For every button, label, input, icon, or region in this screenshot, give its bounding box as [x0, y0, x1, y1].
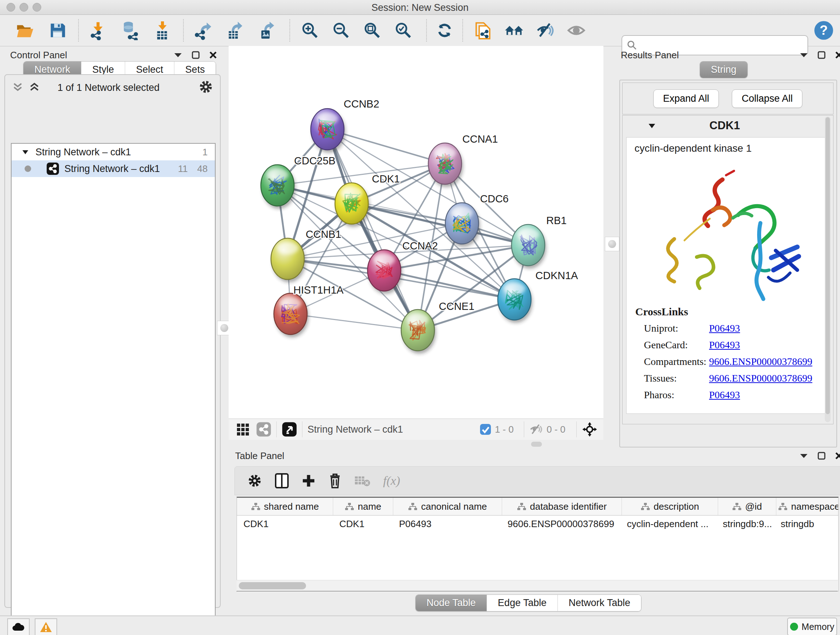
crosslink-link[interactable]: 9606.ENSP00000378699 [709, 356, 812, 367]
network-selection-status: 1 of 1 Network selected [43, 82, 174, 93]
panel-float-icon[interactable] [818, 51, 826, 59]
share-network-icon[interactable] [256, 422, 271, 437]
collection-label: String Network – cdk1 [35, 147, 131, 158]
column-header-description[interactable]: description [622, 498, 718, 515]
function-builder-icon: f(x) [383, 474, 400, 488]
hidden-eye-icon[interactable] [529, 423, 543, 435]
network-edge-CCNA2-CDKN1A[interactable] [384, 271, 515, 299]
save-session-icon[interactable] [47, 20, 68, 41]
hide-selected-icon[interactable] [535, 20, 556, 41]
node-label-CDKN1A: CDKN1A [535, 270, 578, 281]
panel-close-icon[interactable] [209, 51, 217, 59]
column-header-namespace[interactable]: namespace [776, 498, 838, 515]
panel-float-icon[interactable] [192, 51, 200, 59]
memory-button[interactable]: Memory [787, 618, 837, 635]
settings-gear-icon[interactable] [247, 473, 262, 488]
bottom-splitter-handle[interactable] [531, 442, 542, 447]
birds-eye-view-icon[interactable] [236, 422, 250, 437]
show-columns-icon[interactable] [275, 473, 289, 489]
open-in-window-icon[interactable] [282, 422, 297, 437]
network-node-RB1[interactable] [512, 225, 546, 269]
cell-name[interactable]: CDK1 [333, 518, 393, 530]
network-node-HIST1H1A[interactable] [274, 293, 309, 337]
node-label-CCNA1: CCNA1 [462, 133, 498, 145]
column-header-canonical-name[interactable]: canonical name [393, 498, 502, 515]
scrollbar-thumb[interactable] [239, 582, 306, 589]
zoom-in-icon[interactable] [300, 20, 321, 41]
network-node-CCNA2[interactable] [368, 250, 402, 294]
disclosure-triangle-icon[interactable] [648, 123, 656, 129]
export-network-icon[interactable] [193, 20, 213, 41]
table-toolbar: f(x) [234, 466, 840, 495]
tab-string[interactable]: String [700, 62, 747, 78]
network-edge-CCNE1-HIST1H1A[interactable] [291, 314, 418, 330]
network-node-CDKN1A[interactable] [498, 279, 532, 323]
network-canvas[interactable]: CCNB2CCNA1CDC25BCDK1CDC6RB1CCNB1CCNA2CDK… [229, 46, 603, 418]
panel-menu-icon[interactable] [174, 52, 182, 58]
export-table-icon[interactable] [224, 20, 245, 41]
results-scrollbar[interactable] [825, 117, 831, 422]
tab-edge-table[interactable]: Edge Table [486, 595, 557, 611]
add-column-icon[interactable] [302, 473, 316, 488]
crosslink-link[interactable]: 9606.ENSP00000378699 [709, 372, 812, 384]
zoom-selected-icon[interactable] [393, 20, 414, 41]
crosslink-link[interactable]: P06493 [709, 389, 740, 401]
delete-column-icon[interactable] [328, 472, 342, 489]
export-image-icon[interactable] [256, 20, 277, 41]
disclosure-triangle-icon[interactable] [22, 149, 29, 155]
import-network-from-file-icon[interactable] [88, 20, 109, 41]
zoom-fit-icon[interactable] [362, 20, 383, 41]
column-header-database-identifier[interactable]: database identifier [502, 498, 622, 515]
column-header-shared-name[interactable]: shared name [237, 498, 333, 515]
network-row-selected[interactable]: String Network – cdk1 11 48 [11, 160, 215, 177]
expand-all-button[interactable]: Expand All [653, 89, 719, 108]
column-header--id[interactable]: @id [718, 498, 776, 515]
collapse-all-icon[interactable] [12, 81, 23, 93]
column-header-name[interactable]: name [333, 498, 393, 515]
panel-float-icon[interactable] [818, 452, 826, 460]
cell-shared-name[interactable]: CDK1 [237, 518, 333, 530]
network-collection-row[interactable]: String Network – cdk1 1 [11, 144, 215, 160]
tab-node-table[interactable]: Node Table [416, 595, 486, 611]
warning-status-button[interactable] [35, 618, 57, 635]
tab-network-table[interactable]: Network Table [557, 595, 641, 611]
cell--id[interactable]: stringdb:9... [716, 518, 774, 530]
panel-menu-icon[interactable] [799, 52, 808, 58]
network-node-CCNA1[interactable] [428, 143, 463, 187]
help-icon[interactable]: ? [813, 20, 834, 41]
zoom-out-icon[interactable] [331, 20, 352, 41]
cell-description[interactable]: cyclin-dependent ... [621, 518, 716, 530]
gene-section-header[interactable]: CDK1 [622, 116, 833, 136]
import-table-from-file-icon[interactable] [151, 20, 172, 41]
duplicate-network-icon[interactable] [472, 20, 493, 41]
network-node-CCNB1[interactable] [271, 238, 306, 282]
expand-all-icon[interactable] [29, 81, 40, 93]
import-network-from-database-icon[interactable] [119, 20, 141, 41]
panel-menu-icon[interactable] [799, 453, 808, 459]
show-all-icon[interactable] [566, 20, 587, 41]
crosslink-link[interactable]: P06493 [709, 323, 740, 334]
open-session-icon[interactable] [14, 20, 35, 41]
network-node-CCNB2[interactable] [311, 109, 346, 153]
crosshair-icon[interactable] [582, 421, 598, 437]
cell-namespace[interactable]: stringdb [774, 518, 838, 530]
results-scrollbar-thumb[interactable] [826, 117, 830, 414]
table-horizontal-scrollbar[interactable] [237, 580, 838, 591]
network-options-gear-icon[interactable] [198, 79, 213, 95]
selected-checkbox-icon[interactable] [480, 424, 491, 435]
panel-close-icon[interactable] [835, 51, 840, 59]
network-node-CCNE1[interactable] [401, 310, 436, 354]
first-neighbors-icon[interactable] [504, 20, 524, 41]
panel-close-icon[interactable] [835, 452, 840, 460]
cell-database-identifier[interactable]: 9606.ENSP00000378699 [501, 518, 621, 530]
network-node-CDC6[interactable] [445, 203, 480, 247]
network-tree: String Network – cdk1 1 String Network –… [11, 143, 216, 635]
network-node-CDK1[interactable] [335, 183, 370, 227]
table-row[interactable]: CDK1CDK1P064939606.ENSP00000378699cyclin… [237, 516, 838, 532]
collapse-all-button[interactable]: Collapse All [732, 89, 802, 108]
refresh-icon[interactable] [434, 20, 455, 41]
cell-canonical-name[interactable]: P06493 [393, 518, 501, 530]
crosslink-link[interactable]: P06493 [709, 339, 740, 351]
cloud-status-button[interactable] [7, 618, 30, 635]
node-label-HIST1H1A: HIST1H1A [294, 284, 344, 296]
